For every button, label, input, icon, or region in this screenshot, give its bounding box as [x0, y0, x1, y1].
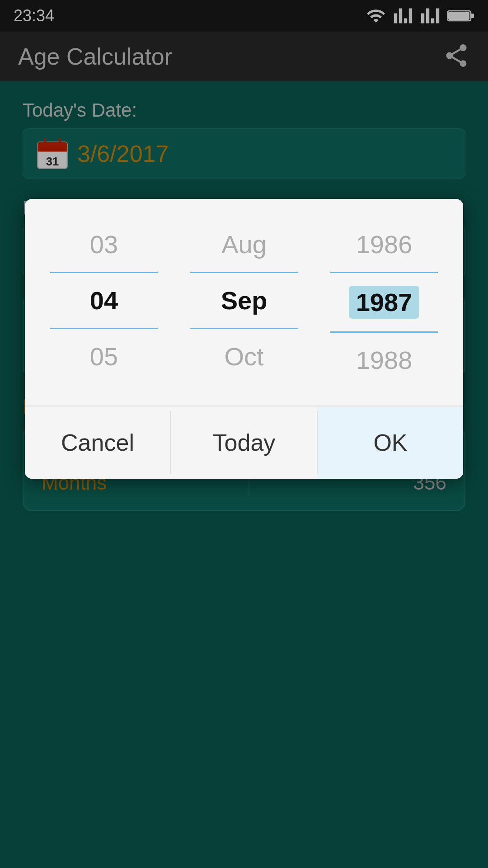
year-prev-item: 1986	[321, 217, 447, 272]
cancel-button[interactable]: Cancel	[25, 406, 170, 479]
year-next-item: 1988	[321, 333, 447, 387]
year-picker-column[interactable]: 1986 1987 1988	[321, 217, 447, 387]
month-next-item: Oct	[181, 329, 307, 384]
picker-scroll-area: 03 04 05 Aug Sep Oct 1986 1987 1988	[25, 199, 463, 406]
month-prev-item: Aug	[181, 217, 307, 272]
day-picker-column[interactable]: 03 04 05	[41, 217, 167, 387]
day-prev-item: 03	[41, 217, 167, 272]
day-selected-item: 04	[41, 273, 167, 328]
month-selected-item: Sep	[181, 273, 307, 328]
picker-actions: Cancel Today OK	[25, 406, 463, 479]
year-highlight: 1987	[349, 286, 420, 319]
date-picker-dialog: 03 04 05 Aug Sep Oct 1986 1987 1988 Canc…	[25, 199, 463, 479]
today-button[interactable]: Today	[171, 406, 317, 479]
ok-button[interactable]: OK	[318, 406, 463, 479]
month-picker-column[interactable]: Aug Sep Oct	[181, 217, 307, 387]
day-next-item: 05	[41, 329, 167, 384]
year-selected-item: 1987	[321, 273, 447, 331]
